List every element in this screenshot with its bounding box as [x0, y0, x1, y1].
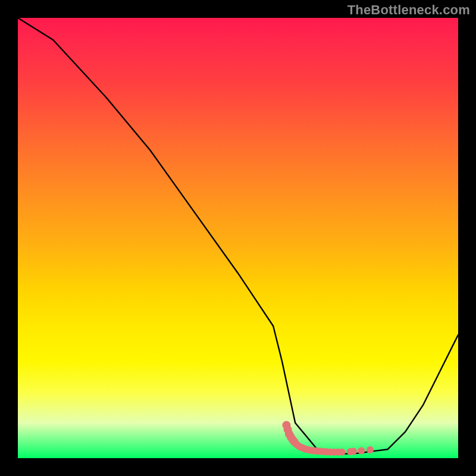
marker-dot — [289, 436, 297, 444]
marker-dot — [307, 447, 314, 454]
marker-dot — [330, 449, 337, 456]
marker-dot — [347, 448, 354, 455]
marker-cluster — [282, 421, 374, 456]
marker-dot — [309, 447, 317, 454]
marker-dot — [350, 448, 357, 455]
marker-dot — [323, 448, 330, 455]
marker-dot — [282, 421, 290, 430]
marker-dot — [293, 440, 300, 447]
marker-dot — [296, 443, 303, 450]
marker-dot — [290, 438, 299, 446]
plot-area — [18, 18, 458, 458]
bottleneck-curve — [18, 18, 458, 458]
marker-dot — [285, 430, 293, 438]
marker-dot — [305, 446, 312, 453]
marker-dot — [298, 444, 305, 451]
marker-dot — [300, 445, 308, 452]
watermark-text: TheBottleneck.com — [347, 2, 470, 18]
marker-dot — [327, 449, 334, 456]
marker-dot — [303, 446, 310, 453]
marker-dot — [295, 442, 302, 449]
marker-dot — [317, 448, 324, 455]
marker-dot — [312, 447, 319, 455]
marker-dot — [334, 449, 342, 456]
marker-dot — [315, 447, 322, 455]
marker-dot — [367, 446, 374, 453]
marker-dot — [320, 448, 327, 455]
curve-path — [18, 18, 458, 454]
marker-dot — [287, 433, 295, 441]
marker-dot — [339, 449, 346, 456]
marker-dot — [358, 447, 365, 454]
marker-dot — [284, 425, 292, 434]
chart-stage: TheBottleneck.com — [0, 0, 476, 476]
